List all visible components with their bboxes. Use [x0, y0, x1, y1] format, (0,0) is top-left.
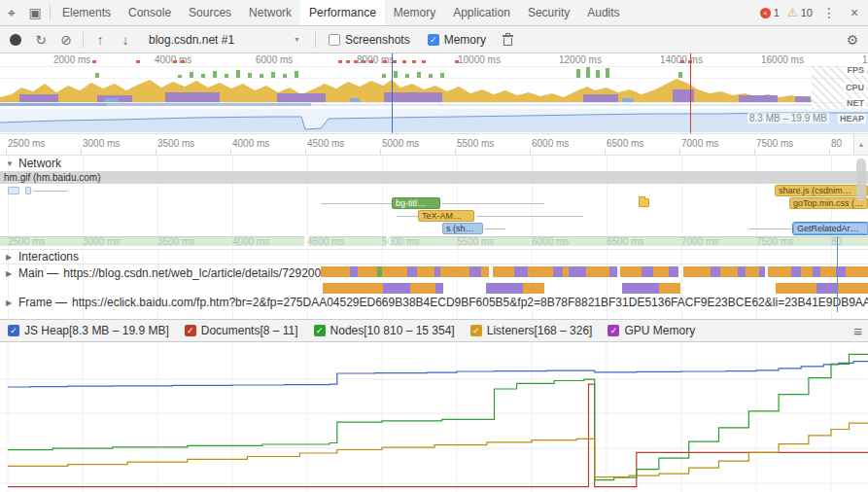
timeline-overview[interactable]: 2000 ms4000 ms6000 ms8000 ms10000 ms1200…	[0, 53, 868, 134]
scroll-up-button[interactable]: ▲	[853, 134, 868, 155]
counter-checkbox[interactable]: ✓	[314, 325, 326, 336]
flame-segment[interactable]	[486, 283, 523, 294]
flame-segment[interactable]	[528, 266, 553, 277]
frame-url[interactable]: https://eclick.baidu.com/fp.htm?br=2&fp=…	[72, 296, 868, 309]
vertical-scrollbar-thumb[interactable]	[856, 158, 866, 201]
flame-segment[interactable]	[321, 266, 350, 277]
screenshots-checkbox[interactable]	[329, 34, 340, 46]
tab-console[interactable]: Console	[120, 0, 180, 25]
network-request-bar-gotop-css[interactable]: goTop.min.css (…	[789, 197, 868, 209]
flame-segment[interactable]	[514, 266, 528, 277]
inspect-element-button[interactable]: ⌖	[0, 1, 23, 24]
flame-segment[interactable]	[838, 283, 868, 294]
counter-checkbox[interactable]: ✓	[608, 325, 619, 336]
flame-segment[interactable]	[377, 266, 382, 277]
flame-segment[interactable]	[410, 283, 435, 294]
close-devtools-button[interactable]: ×	[843, 1, 866, 24]
flame-segment[interactable]	[382, 266, 407, 277]
network-track-header[interactable]: ▼ Network	[0, 156, 868, 171]
flame-segment[interactable]	[791, 266, 801, 277]
flame-segment[interactable]	[563, 266, 569, 277]
flame-segment[interactable]	[620, 266, 642, 277]
memory-toggle[interactable]: ✓ Memory	[428, 33, 486, 47]
flame-segment[interactable]	[768, 266, 791, 277]
flame-segment[interactable]	[350, 266, 358, 277]
memory-checkbox[interactable]: ✓	[428, 34, 439, 46]
flame-segment[interactable]	[481, 266, 489, 277]
flame-segment[interactable]	[846, 266, 868, 277]
save-profile-button[interactable]: ↓	[114, 28, 137, 52]
flame-segment[interactable]	[669, 266, 678, 277]
counter-toggle-1[interactable]: ✓Documents[8 – 11]	[185, 324, 298, 337]
counter-checkbox[interactable]: ✓	[185, 325, 196, 336]
network-request-hm-gif[interactable]: hm.gif (hm.baidu.com)	[0, 171, 868, 184]
network-request-bar[interactable]	[25, 187, 31, 194]
counter-checkbox[interactable]: ✓	[8, 325, 19, 336]
frame-track-header[interactable]: ▶ Frame — https://eclick.baidu.com/fp.ht…	[0, 294, 868, 311]
counter-toggle-0[interactable]: ✓JS Heap[8.3 MB – 19.9 MB]	[8, 324, 169, 337]
flame-segment[interactable]	[469, 266, 481, 277]
counter-toggle-2[interactable]: ✓Nodes[10 810 – 15 354]	[314, 324, 455, 337]
settings-button[interactable]: ⚙	[841, 28, 864, 52]
flame-segment[interactable]	[776, 283, 816, 294]
load-profile-button[interactable]: ↑	[88, 28, 112, 52]
network-request-bar-getrelated[interactable]: GetRelatedAr…	[793, 223, 868, 234]
counter-toggle-3[interactable]: ✓Listeners[168 – 326]	[470, 324, 593, 337]
flame-segment[interactable]	[659, 283, 680, 294]
flame-segment[interactable]	[653, 266, 669, 277]
flame-segment[interactable]	[711, 266, 720, 277]
tab-performance[interactable]: Performance	[300, 0, 385, 25]
flame-segment[interactable]	[816, 283, 838, 294]
main-thread-url[interactable]: https://blog.csdn.net/web_lc/article/det…	[63, 266, 333, 280]
profile-select[interactable]: blog.csdn.net #1 ▼	[143, 29, 306, 51]
flame-segment[interactable]	[553, 266, 563, 277]
garbage-collect-button[interactable]	[496, 28, 519, 52]
flame-segment[interactable]	[720, 266, 738, 277]
tab-security[interactable]: Security	[519, 0, 578, 25]
flame-segment[interactable]	[586, 266, 609, 277]
detail-time-ruler[interactable]: 2500 ms3000 ms3500 ms4000 ms4500 ms5000 …	[0, 134, 868, 156]
playhead-line[interactable]	[392, 53, 393, 133]
tab-sources[interactable]: Sources	[180, 0, 240, 25]
network-request-bar-share-js[interactable]: share.js (csdnim…	[775, 185, 868, 196]
network-request-bar[interactable]	[8, 187, 19, 194]
flame-segment[interactable]	[746, 266, 759, 277]
tab-elements[interactable]: Elements	[53, 0, 120, 25]
counter-toggle-4[interactable]: ✓GPU Memory	[608, 324, 695, 337]
flame-segment[interactable]	[383, 283, 410, 294]
flame-segment[interactable]	[323, 283, 383, 294]
interactions-track-header[interactable]: ▶ Interactions	[0, 249, 868, 264]
network-request-bar-s[interactable]: s (sh…	[442, 223, 483, 234]
overlay-menu-button[interactable]: ≡	[853, 320, 862, 341]
tab-audits[interactable]: Audits	[578, 0, 628, 25]
flame-segment[interactable]	[523, 283, 544, 294]
flame-segment[interactable]	[759, 266, 765, 277]
flame-segment[interactable]	[417, 266, 434, 277]
flame-segment[interactable]	[801, 266, 813, 277]
warning-badge[interactable]: ⚠ 10	[784, 7, 816, 18]
record-button[interactable]	[4, 28, 27, 52]
more-options-button[interactable]: ⋮	[817, 1, 841, 24]
tab-network[interactable]: Network	[240, 0, 300, 25]
flame-segment[interactable]	[642, 266, 653, 277]
network-request-bar-tex[interactable]: TeX-AM…	[418, 210, 474, 222]
folder-icon[interactable]	[639, 198, 649, 207]
error-badge[interactable]: × 1	[757, 7, 782, 18]
screenshots-toggle[interactable]: Screenshots	[329, 33, 410, 47]
flame-segment[interactable]	[622, 283, 659, 294]
flame-segment[interactable]	[358, 266, 377, 277]
clear-recording-button[interactable]: ⊘	[54, 28, 78, 52]
flame-segment[interactable]	[407, 266, 417, 277]
device-toolbar-button[interactable]: ▣	[23, 1, 47, 24]
counter-checkbox[interactable]: ✓	[470, 325, 482, 336]
flame-segment[interactable]	[738, 266, 746, 277]
network-request-bar-bg-title[interactable]: bg-titl…	[392, 197, 440, 209]
flame-segment[interactable]	[683, 266, 711, 277]
flame-segment[interactable]	[493, 266, 514, 277]
tab-memory[interactable]: Memory	[385, 0, 444, 25]
flame-segment[interactable]	[569, 266, 586, 277]
flame-segment[interactable]	[813, 266, 820, 277]
flame-segment[interactable]	[440, 266, 469, 277]
flame-segment[interactable]	[609, 266, 617, 277]
tab-application[interactable]: Application	[444, 0, 519, 25]
